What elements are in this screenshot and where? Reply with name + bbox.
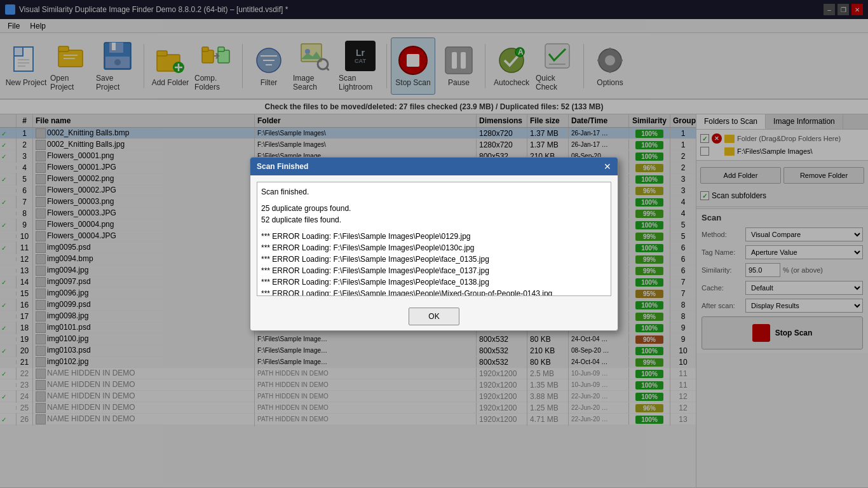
log-line: *** ERROR Loading: F:\Files\Sample Image… <box>261 254 607 265</box>
modal-overlay: Scan Finished ✕ Scan finished.25 duplica… <box>0 0 868 488</box>
modal-title-bar: Scan Finished ✕ <box>250 158 618 175</box>
log-line: *** ERROR Loading: F:\Files\Sample Image… <box>261 276 607 288</box>
log-line: 25 duplicate groups found. <box>261 203 607 214</box>
modal-footer: OK <box>250 302 618 330</box>
log-line: *** ERROR Loading: F:\Files\Sample Image… <box>261 288 607 296</box>
log-line: Scan finished. <box>261 186 607 198</box>
log-line: *** ERROR Loading: F:\Files\Sample Image… <box>261 265 607 276</box>
log-line <box>261 198 607 203</box>
modal-body: Scan finished.25 duplicate groups found.… <box>250 175 618 302</box>
modal-log[interactable]: Scan finished.25 duplicate groups found.… <box>257 182 611 296</box>
log-line: *** ERROR Loading: F:\Files\Sample Image… <box>261 231 607 242</box>
modal-ok-button[interactable]: OK <box>409 308 459 325</box>
log-line: *** ERROR Loading: F:\Files\Sample Image… <box>261 242 607 254</box>
scan-finished-dialog: Scan Finished ✕ Scan finished.25 duplica… <box>250 157 618 331</box>
modal-close-button[interactable]: ✕ <box>604 161 611 172</box>
log-line: 52 duplicate files found. <box>261 214 607 226</box>
modal-title: Scan Finished <box>257 162 308 171</box>
log-line <box>261 226 607 231</box>
